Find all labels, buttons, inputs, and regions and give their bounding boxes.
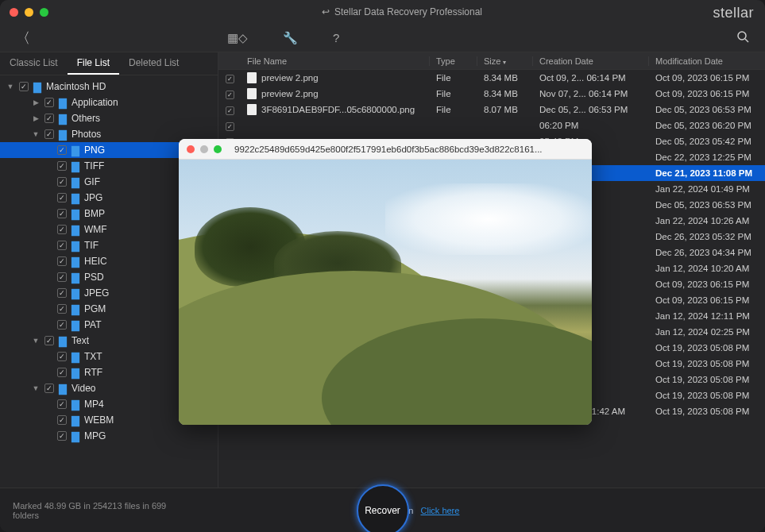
tree-item-application[interactable]: ▶▇Application <box>0 94 218 110</box>
grid-view-icon[interactable]: ▦◇ <box>227 31 248 45</box>
wrench-icon[interactable]: 🔧 <box>283 31 298 45</box>
preview-minimize-button[interactable] <box>200 145 208 153</box>
brand-logo: stellar <box>713 5 754 21</box>
checkbox[interactable] <box>44 114 54 123</box>
cell-mdate: Dec 05, 2023 06:53 PM <box>649 200 765 210</box>
checkbox[interactable] <box>44 129 54 139</box>
col-cdate[interactable]: Creation Date <box>533 56 649 66</box>
tab-classic-list[interactable]: Classic List <box>0 52 68 75</box>
checkbox[interactable] <box>57 145 67 155</box>
checkbox[interactable] <box>19 82 29 91</box>
col-type[interactable]: Type <box>430 56 477 66</box>
zoom-window-button[interactable] <box>40 8 48 17</box>
row-checkbox[interactable] <box>226 91 234 99</box>
expand-icon[interactable]: ▼ <box>32 384 40 392</box>
footer: Marked 48.99 GB in 254213 files in 699 f… <box>0 488 765 532</box>
checkbox[interactable] <box>57 209 67 218</box>
folder-icon: ▇ <box>71 351 79 363</box>
tree-label: Text <box>71 335 89 346</box>
expand-icon[interactable]: ▶ <box>32 114 40 122</box>
cell-mdate: Dec 22, 2023 12:25 PM <box>649 152 765 162</box>
preview-filename: 9922c25489d659d425e800f2f517991eb6d0f3b5… <box>234 145 543 154</box>
sidebar-tabs: Classic List File List Deleted List <box>0 52 218 75</box>
checkbox[interactable] <box>57 352 67 361</box>
tree-label: Photos <box>71 129 101 140</box>
tab-deleted-list[interactable]: Deleted List <box>119 52 188 75</box>
checkbox[interactable] <box>44 336 54 345</box>
tree-label: WEBM <box>84 414 114 426</box>
search-icon[interactable] <box>730 27 755 48</box>
cell-mdate: Oct 19, 2023 05:08 PM <box>649 343 765 353</box>
file-row[interactable]: preview 2.pngFile8.34 MBNov 07, 2... 06:… <box>218 86 765 102</box>
checkbox[interactable] <box>44 384 54 393</box>
preview-window[interactable]: 9922c25489d659d425e800f2f517991eb6d0f3b5… <box>179 139 592 425</box>
cell-mdate: Dec 26, 2023 04:34 PM <box>649 248 765 257</box>
file-row[interactable]: 3F8691DAEB9FDF...05c6800000.pngFile8.07 … <box>218 102 765 118</box>
expand-icon[interactable]: ▼ <box>32 337 40 345</box>
checkbox[interactable] <box>57 225 67 234</box>
file-row[interactable]: 06:20 PMDec 05, 2023 06:20 PM <box>218 118 765 133</box>
cell-mdate: Dec 05, 2023 05:42 PM <box>649 137 765 146</box>
folder-icon: ▇ <box>71 256 79 268</box>
preview-zoom-button[interactable] <box>214 145 222 153</box>
cell-size: 8.34 MB <box>477 89 533 98</box>
checkbox[interactable] <box>57 272 67 282</box>
file-icon <box>247 104 257 115</box>
close-window-button[interactable] <box>10 8 18 17</box>
tree-label: Video <box>71 383 95 394</box>
folder-icon: ▇ <box>59 129 67 141</box>
tree-label: TIFF <box>84 160 104 172</box>
cell-mdate: Jan 12, 2024 02:25 PM <box>649 327 765 337</box>
tree-label: Others <box>71 113 100 124</box>
row-checkbox[interactable] <box>226 106 234 115</box>
preview-close-button[interactable] <box>187 145 195 153</box>
tree-label: PNG <box>84 145 105 156</box>
checkbox[interactable] <box>57 368 67 377</box>
checkbox[interactable] <box>57 256 67 266</box>
tab-file-list[interactable]: File List <box>68 52 119 75</box>
folder-icon: ▇ <box>59 335 67 347</box>
checkbox[interactable] <box>57 320 67 330</box>
cell-cdate: Oct 09, 2... 06:14 PM <box>533 73 649 83</box>
expand-icon[interactable]: ▶ <box>32 98 40 106</box>
row-checkbox[interactable] <box>226 122 234 131</box>
cell-cdate: 06:20 PM <box>533 121 649 130</box>
svg-line-1 <box>745 39 748 42</box>
deep-scan-link[interactable]: Click here <box>421 506 460 515</box>
tree-item-macintosh-hd[interactable]: ▼▇Macintosh HD <box>0 79 218 94</box>
row-checkbox[interactable] <box>226 75 234 83</box>
cell-mdate: Dec 21, 2023 11:08 PM <box>649 168 765 178</box>
app-title: Stellar Data Recovery Professional <box>334 6 482 17</box>
checkbox[interactable] <box>57 177 67 187</box>
folder-icon: ▇ <box>33 81 41 93</box>
expand-icon[interactable]: ▼ <box>6 83 14 91</box>
cell-mdate: Oct 09, 2023 06:15 PM <box>649 295 765 305</box>
minimize-window-button[interactable] <box>25 8 33 17</box>
expand-icon[interactable]: ▼ <box>32 130 40 138</box>
checkbox[interactable] <box>57 415 67 425</box>
checkbox[interactable] <box>44 98 54 107</box>
tree-label: Application <box>71 97 118 108</box>
file-row[interactable]: preview 2.pngFile8.34 MBOct 09, 2... 06:… <box>218 70 765 86</box>
checkbox[interactable] <box>57 241 67 250</box>
checkbox[interactable] <box>57 193 67 202</box>
checkbox[interactable] <box>57 161 67 171</box>
checkbox[interactable] <box>57 431 67 441</box>
checkbox[interactable] <box>57 304 67 314</box>
tree-item-others[interactable]: ▶▇Others <box>0 110 218 126</box>
checkbox[interactable] <box>57 399 67 409</box>
cell-mdate: Oct 19, 2023 05:08 PM <box>649 407 765 416</box>
cell-size: 8.34 MB <box>477 73 533 83</box>
tree-item-mpg[interactable]: ▇MPG <box>0 428 218 444</box>
checkbox[interactable] <box>57 288 67 298</box>
cell-mdate: Jan 22, 2024 10:26 AM <box>649 216 765 226</box>
col-size[interactable]: Size ▾ <box>477 56 533 66</box>
col-mdate[interactable]: Modification Date <box>649 56 765 66</box>
col-name[interactable]: File Name <box>241 56 430 66</box>
recover-button[interactable]: Recover <box>357 484 409 533</box>
help-icon[interactable]: ? <box>333 31 339 44</box>
file-icon <box>247 88 257 99</box>
back-button[interactable]: 〈 <box>10 25 37 51</box>
preview-image <box>179 160 592 425</box>
folder-icon: ▇ <box>71 319 79 331</box>
